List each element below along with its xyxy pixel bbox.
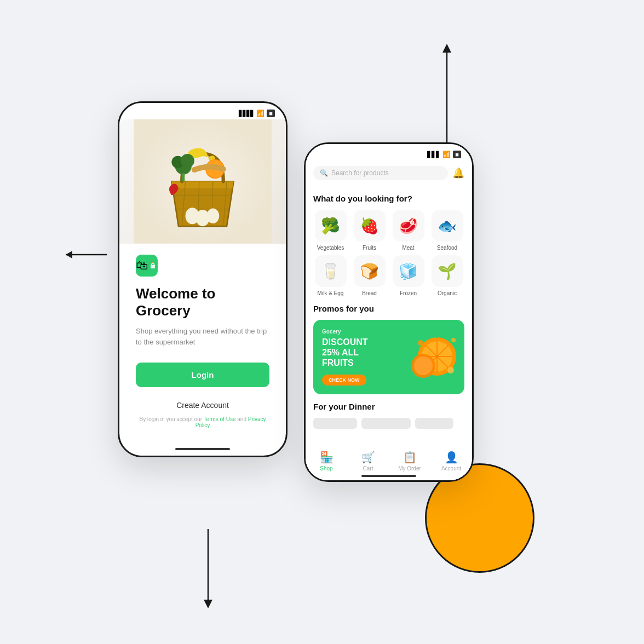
skeleton-card-3 — [415, 418, 453, 429]
skeleton-card-1 — [313, 418, 357, 429]
category-icon-vegetables: 🥦 — [315, 210, 347, 242]
section-title-dinner: For your Dinner — [313, 402, 464, 411]
category-item-milk-egg[interactable]: 🥛 Milk & Egg — [313, 255, 348, 296]
search-input-container[interactable]: 🔍 Search for products — [313, 166, 448, 180]
left-arrow — [60, 244, 110, 266]
logo-icon — [136, 255, 158, 277]
category-icon-frozen: 🧊 — [393, 255, 424, 287]
svg-marker-5 — [204, 600, 212, 608]
welcome-title: Welcome to Grocery — [136, 285, 269, 319]
nav-item-account[interactable]: 👤 Account — [430, 451, 472, 472]
search-input[interactable]: Search for products — [331, 169, 389, 177]
svg-point-23 — [152, 262, 153, 263]
welcome-content: Welcome to Grocery Shop everything you n… — [119, 244, 286, 456]
svg-marker-1 — [66, 251, 72, 258]
status-bar-right: ▋▋▋ 📶 ■ — [306, 144, 472, 160]
welcome-subtitle: Shop everything you need without the tri… — [136, 326, 269, 347]
svg-point-21 — [207, 208, 220, 223]
account-icon: 👤 — [445, 451, 458, 464]
app-logo — [136, 255, 269, 277]
promo-title: DISCOUNT 25% ALL FRUITS — [322, 337, 368, 369]
svg-rect-16 — [182, 173, 185, 181]
signal-icon: ▋▋▋▋ — [239, 110, 254, 117]
dinner-skeletons — [313, 418, 464, 429]
category-label-organic: Organic — [438, 290, 457, 296]
signal-icon-right: ▋▋▋ — [427, 151, 440, 158]
nav-label-myorder: My Order — [398, 465, 421, 472]
cart-icon: 🛒 — [361, 451, 375, 464]
shop-icon: 🏪 — [320, 451, 334, 464]
promo-card-green[interactable]: Gocery DISCOUNT 25% ALL FRUITS CHECK NOW — [313, 320, 464, 394]
check-now-button[interactable]: CHECK NOW — [322, 375, 366, 386]
myorder-icon: 📋 — [403, 451, 417, 464]
category-label-milk-egg: Milk & Egg — [318, 290, 344, 296]
category-label-seafood: Seafood — [437, 245, 457, 251]
category-item-frozen[interactable]: 🧊 Frozen — [391, 255, 426, 296]
main-scroll-area[interactable]: What do you looking for? 🥦 Vegetables 🍓 … — [306, 186, 472, 446]
wifi-icon: 📶 — [256, 110, 264, 117]
nav-label-shop: Shop — [320, 465, 332, 472]
category-label-fruits: Fruits — [363, 245, 376, 251]
grocery-basket-illustration — [119, 119, 286, 244]
category-item-vegetables[interactable]: 🥦 Vegetables — [313, 210, 348, 251]
terms-of-use-link[interactable]: Terms of Use — [204, 416, 236, 422]
svg-point-15 — [181, 154, 194, 168]
category-label-bread: Bread — [362, 290, 377, 296]
battery-icon: ■ — [267, 110, 275, 117]
svg-point-31 — [451, 338, 456, 342]
down-arrow — [200, 524, 216, 611]
wifi-icon-right: 📶 — [442, 151, 451, 158]
home-indicator-right — [361, 475, 416, 477]
promos-section: Promos for you Gocery DISCOUNT 25% ALL F… — [313, 304, 464, 394]
category-item-fruits[interactable]: 🍓 Fruits — [352, 210, 387, 251]
login-button[interactable]: Login — [136, 363, 269, 387]
nav-label-cart: Cart — [363, 465, 373, 472]
up-arrow — [439, 38, 455, 153]
grocery-image-area — [119, 119, 286, 244]
category-icon-meat: 🥩 — [393, 210, 424, 242]
nav-label-account: Account — [441, 465, 461, 472]
home-indicator-left — [175, 448, 230, 450]
category-item-organic[interactable]: 🌱 Organic — [430, 255, 464, 296]
svg-marker-3 — [442, 44, 451, 53]
category-item-seafood[interactable]: 🐟 Seafood — [430, 210, 464, 251]
promo-fruit-visual — [410, 326, 459, 388]
category-label-vegetables: Vegetables — [317, 245, 344, 251]
section-title-promos: Promos for you — [313, 304, 464, 313]
create-account-button[interactable]: Create Account — [136, 394, 269, 416]
promo-tag: Gocery — [322, 329, 368, 335]
phone-right: ▋▋▋ 📶 ■ 🔍 Search for products 🔔 What do … — [304, 142, 474, 482]
category-icon-seafood: 🐟 — [432, 210, 463, 242]
svg-point-30 — [418, 340, 423, 346]
nav-item-shop[interactable]: 🏪 Shop — [306, 451, 347, 472]
category-icon-bread: 🍞 — [354, 255, 386, 287]
category-label-frozen: Frozen — [400, 290, 417, 296]
phone-left: ▋▋▋▋ 📶 ■ — [118, 101, 288, 457]
category-icon-organic: 🌱 — [432, 255, 463, 287]
search-icon: 🔍 — [320, 169, 328, 177]
category-icon-milk-egg: 🥛 — [315, 255, 347, 287]
battery-icon-right: ■ — [453, 151, 461, 158]
notification-bell-icon[interactable]: 🔔 — [452, 167, 464, 179]
category-item-bread[interactable]: 🍞 Bread — [352, 255, 387, 296]
category-label-meat: Meat — [402, 245, 414, 251]
section-title-categories: What do you looking for? — [313, 194, 464, 203]
categories-grid: 🥦 Vegetables 🍓 Fruits 🥩 Meat 🐟 Seafood — [313, 210, 464, 296]
nav-item-cart[interactable]: 🛒 Cart — [347, 451, 389, 472]
skeleton-card-2 — [361, 418, 411, 429]
status-bar-left: ▋▋▋▋ 📶 ■ — [119, 103, 286, 119]
search-bar: 🔍 Search for products 🔔 — [306, 160, 472, 186]
nav-item-myorder[interactable]: 📋 My Order — [389, 451, 430, 472]
svg-point-35 — [414, 357, 433, 375]
svg-point-33 — [447, 367, 454, 373]
terms-text: By login in you accept our Terms of Use … — [136, 416, 269, 445]
category-item-meat[interactable]: 🥩 Meat — [391, 210, 426, 251]
dinner-section: For your Dinner — [313, 402, 464, 429]
category-icon-fruits: 🍓 — [354, 210, 386, 242]
